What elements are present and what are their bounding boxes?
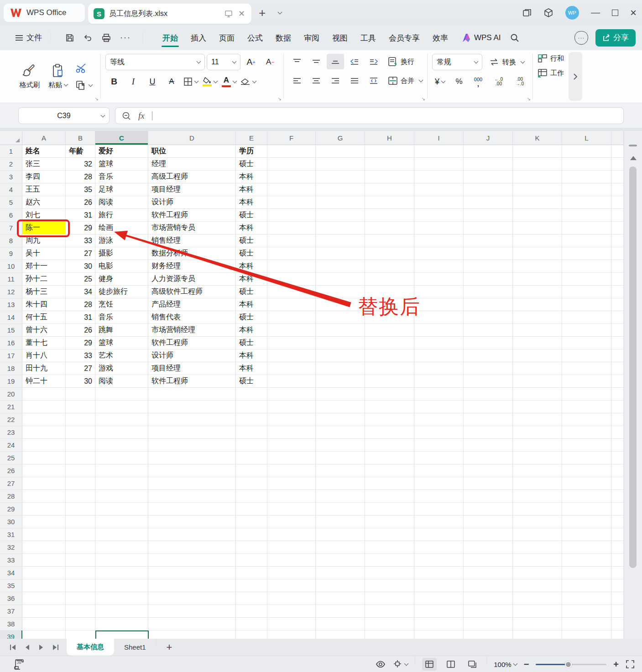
spreadsheet-grid[interactable]: ABCDEFGHIJKL 1姓名年龄爱好职位学历2张三32篮球经理硕士3李四28…: [0, 131, 624, 639]
cell-B25[interactable]: [66, 452, 95, 464]
cell-J22[interactable]: [464, 413, 513, 426]
cell-partial-26[interactable]: [611, 464, 624, 477]
row-header-22[interactable]: 22: [0, 413, 22, 426]
cell-J12[interactable]: [464, 286, 513, 298]
cell-F19[interactable]: [267, 375, 316, 388]
cell-F24[interactable]: [267, 439, 316, 452]
cell-H9[interactable]: [365, 247, 414, 260]
tab-review[interactable]: 审阅: [298, 26, 326, 49]
cell-K23[interactable]: [513, 426, 562, 439]
column-header-partial[interactable]: [611, 131, 624, 145]
number-dialog-launcher-icon[interactable]: ↘: [527, 96, 531, 101]
cell-partial-19[interactable]: [611, 375, 624, 388]
cell-D23[interactable]: [148, 426, 236, 439]
row-header-28[interactable]: 28: [0, 490, 22, 503]
cell-L39[interactable]: [562, 630, 611, 639]
paste-button[interactable]: 粘贴: [44, 54, 72, 99]
cell-F6[interactable]: [267, 209, 316, 222]
cell-E16[interactable]: 硕士: [236, 337, 267, 349]
cell-G10[interactable]: [316, 260, 365, 273]
cell-I4[interactable]: [414, 183, 464, 196]
cell-D5[interactable]: 设计师: [148, 196, 236, 209]
cell-A24[interactable]: [22, 439, 66, 452]
cell-A21[interactable]: [22, 401, 66, 413]
cell-E8[interactable]: 硕士: [236, 234, 267, 247]
cell-C31[interactable]: [95, 528, 148, 541]
cell-C37[interactable]: [95, 605, 148, 618]
cell-J18[interactable]: [464, 362, 513, 375]
cell-F35[interactable]: [267, 579, 316, 592]
cell-I5[interactable]: [414, 196, 464, 209]
cell-G36[interactable]: [316, 592, 365, 605]
cell-partial-6[interactable]: [611, 209, 624, 222]
cell-F15[interactable]: [267, 324, 316, 337]
cell-I34[interactable]: [414, 567, 464, 579]
cell-H35[interactable]: [365, 579, 414, 592]
cell-B5[interactable]: 26: [66, 196, 95, 209]
cell-K6[interactable]: [513, 209, 562, 222]
row-header-10[interactable]: 10: [0, 260, 22, 273]
cell-A2[interactable]: 张三: [22, 158, 66, 171]
name-box[interactable]: C39: [18, 107, 110, 124]
cell-J11[interactable]: [464, 273, 513, 286]
undo-icon[interactable]: [84, 33, 93, 42]
user-avatar[interactable]: WP: [565, 6, 579, 20]
cell-E21[interactable]: [236, 401, 267, 413]
cell-E36[interactable]: [236, 592, 267, 605]
cell-D15[interactable]: 市场营销经理: [148, 324, 236, 337]
cell-H37[interactable]: [365, 605, 414, 618]
cell-G39[interactable]: [316, 630, 365, 639]
cell-I15[interactable]: [414, 324, 464, 337]
cell-J32[interactable]: [464, 541, 513, 554]
cell-G33[interactable]: [316, 554, 365, 567]
cell-G9[interactable]: [316, 247, 365, 260]
cell-L15[interactable]: [562, 324, 611, 337]
cell-J24[interactable]: [464, 439, 513, 452]
last-sheet-button[interactable]: [53, 645, 58, 650]
cell-B28[interactable]: [66, 490, 95, 503]
cell-J28[interactable]: [464, 490, 513, 503]
zoom-level[interactable]: 100%: [494, 661, 517, 668]
cell-H31[interactable]: [365, 528, 414, 541]
justify-button[interactable]: [346, 73, 363, 89]
tab-page[interactable]: 页面: [213, 26, 241, 49]
cell-G23[interactable]: [316, 426, 365, 439]
cell-C5[interactable]: 阅读: [95, 196, 148, 209]
cell-A28[interactable]: [22, 490, 66, 503]
selection-mode-chevron-icon[interactable]: [404, 662, 409, 666]
cell-C26[interactable]: [95, 464, 148, 477]
clear-format-chevron-icon[interactable]: [252, 79, 257, 83]
cell-H10[interactable]: [365, 260, 414, 273]
cell-K36[interactable]: [513, 592, 562, 605]
cell-A14[interactable]: 何十五: [22, 311, 66, 324]
cell-E27[interactable]: [236, 477, 267, 490]
cell-G15[interactable]: [316, 324, 365, 337]
row-header-39[interactable]: 39: [0, 630, 22, 639]
cell-B20[interactable]: [66, 388, 95, 401]
cell-B7[interactable]: 29: [66, 222, 95, 234]
cell-partial-39[interactable]: [611, 630, 624, 639]
cell-C7[interactable]: 绘画: [95, 222, 148, 234]
alignment-dialog-launcher-icon[interactable]: ↘: [422, 96, 425, 101]
copy-chevron-icon[interactable]: [89, 82, 93, 87]
column-header-J[interactable]: J: [464, 131, 513, 145]
cell-B1[interactable]: 年龄: [66, 145, 95, 158]
cell-G35[interactable]: [316, 579, 365, 592]
cell-G32[interactable]: [316, 541, 365, 554]
cell-I12[interactable]: [414, 286, 464, 298]
cell-G28[interactable]: [316, 490, 365, 503]
cell-K33[interactable]: [513, 554, 562, 567]
cell-H6[interactable]: [365, 209, 414, 222]
cell-D4[interactable]: 项目经理: [148, 183, 236, 196]
row-header-15[interactable]: 15: [0, 324, 22, 337]
cell-A19[interactable]: 钟二十: [22, 375, 66, 388]
cell-A34[interactable]: [22, 567, 66, 579]
cell-K24[interactable]: [513, 439, 562, 452]
cell-A39[interactable]: [22, 630, 66, 639]
cell-F10[interactable]: [267, 260, 316, 273]
cell-B12[interactable]: 34: [66, 286, 95, 298]
cell-partial-18[interactable]: [611, 362, 624, 375]
font-size-combo[interactable]: 11: [207, 54, 240, 70]
cell-B27[interactable]: [66, 477, 95, 490]
cell-K18[interactable]: [513, 362, 562, 375]
